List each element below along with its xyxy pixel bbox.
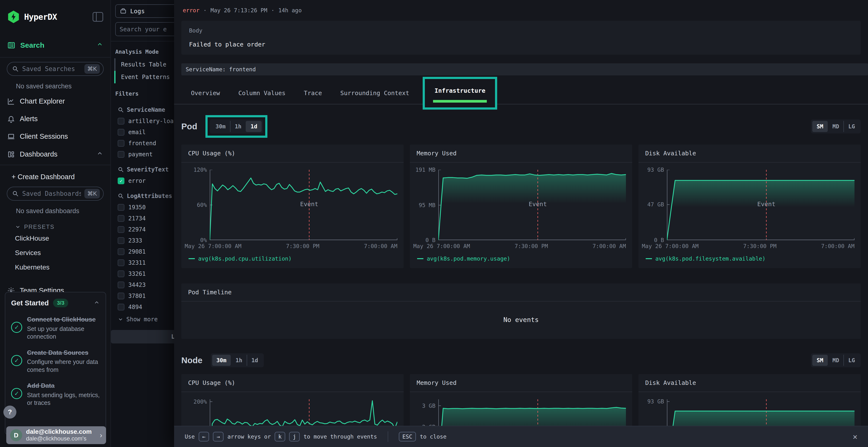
dashboard-grid-icon: [7, 150, 15, 158]
checkbox-icon[interactable]: [118, 281, 124, 288]
chart-title: Disk Available: [639, 144, 861, 163]
filter-option-19350[interactable]: 19350: [111, 202, 174, 213]
event-search-input[interactable]: Search your e: [115, 22, 174, 36]
analysis-mode-title: Analysis Mode: [111, 41, 174, 58]
get-started-item[interactable]: ✓Connect to ClickHouseSet up your databa…: [11, 315, 100, 341]
chart-plot-area: Event: [438, 170, 626, 240]
node-size-lg[interactable]: LG: [843, 355, 859, 366]
filter-group-severitytext: SeverityText✓error: [111, 160, 174, 186]
tab-infrastructure[interactable]: Infrastructure: [426, 80, 494, 97]
checkbox-icon[interactable]: [118, 140, 124, 147]
hint-text: Use: [185, 434, 195, 440]
checkbox-icon[interactable]: [118, 151, 124, 158]
filter-option-32311[interactable]: 32311: [111, 257, 174, 268]
sidebar-item-search[interactable]: Search: [0, 35, 111, 56]
filter-option-21734[interactable]: 21734: [111, 213, 174, 224]
pod-chart-memory-used: Memory Used191 MB95 MB0 BEventMay 26 7:0…: [410, 144, 632, 268]
node-range-1h[interactable]: 1h: [231, 355, 247, 366]
filter-option-payment[interactable]: payment: [111, 149, 174, 160]
filter-option-34423[interactable]: 34423: [111, 279, 174, 290]
checkbox-icon[interactable]: [118, 293, 124, 299]
chevron-up-icon[interactable]: [96, 150, 103, 159]
get-started-item[interactable]: ✓Create Data SourcesConfigure where your…: [11, 349, 100, 374]
node-chart-cpu-usage-: CPU Usage (%)200%100%Event: [181, 374, 404, 426]
pod-range-toggle: 30m1h1d: [210, 119, 263, 133]
sidebar-item-client-sessions[interactable]: Client Sessions: [0, 128, 111, 145]
tab-trace[interactable]: Trace: [296, 83, 330, 104]
preset-item-kubernetes[interactable]: Kubernetes: [0, 260, 111, 275]
filter-option-email[interactable]: email: [111, 127, 174, 138]
analysis-mode-results-table[interactable]: Results Table: [111, 58, 174, 71]
checkbox-icon[interactable]: [118, 215, 124, 222]
filter-option-37801[interactable]: 37801: [111, 290, 174, 302]
node-section-title: Node: [181, 355, 203, 365]
filter-option-22974[interactable]: 22974: [111, 224, 174, 235]
checkbox-icon[interactable]: [118, 226, 124, 233]
service-name-tag[interactable]: ServiceName: frontend: [181, 63, 868, 75]
preset-item-services[interactable]: Services: [0, 246, 111, 260]
filter-option-2333[interactable]: 2333: [111, 235, 174, 246]
saved-searches-input[interactable]: Saved Searches ⌘K: [7, 62, 104, 76]
checkbox-icon[interactable]: [118, 237, 124, 244]
chevron-right-icon: ›: [100, 431, 102, 439]
checkbox-checked-icon[interactable]: ✓: [118, 177, 124, 184]
checkbox-icon[interactable]: [118, 204, 124, 211]
pod-size-sm[interactable]: SM: [812, 121, 828, 132]
show-more-button[interactable]: Show more: [111, 313, 174, 323]
x-tick-label: May 26 7:00:00 AM: [642, 243, 699, 249]
pod-size-md[interactable]: MD: [828, 121, 844, 132]
close-icon[interactable]: ✕: [853, 432, 858, 441]
search-icon: [12, 66, 19, 72]
chevron-up-icon[interactable]: [96, 41, 103, 49]
presets-label: PRESETS: [24, 224, 55, 230]
tab-column-values[interactable]: Column Values: [230, 83, 294, 104]
analysis-mode-event-patterns[interactable]: Event Patterns: [111, 71, 174, 83]
filter-option-label: 21734: [128, 215, 146, 222]
node-size-toggle: SMMDLG: [811, 353, 861, 367]
checkbox-icon[interactable]: [118, 260, 124, 266]
collapse-sidebar-icon[interactable]: [93, 12, 103, 22]
saved-dashboards-input[interactable]: Saved Dashboards ⌘K: [7, 187, 104, 201]
create-dashboard-button[interactable]: + Create Dashboard: [0, 167, 111, 182]
filter-option-29081[interactable]: 29081: [111, 246, 174, 257]
pod-range-1h[interactable]: 1h: [230, 121, 246, 132]
filter-option-frontend[interactable]: frontend: [111, 138, 174, 149]
get-started-item[interactable]: ✓Add DataStart sending logs, metrics, or…: [11, 382, 100, 407]
node-range-1d[interactable]: 1d: [247, 355, 262, 366]
source-select-button[interactable]: Logs: [115, 4, 174, 18]
node-size-md[interactable]: MD: [828, 355, 844, 366]
tab-overview[interactable]: Overview: [183, 83, 228, 104]
filter-option-artillery-loa[interactable]: artillery-loa: [111, 115, 174, 127]
filter-group-header[interactable]: LogAttributes: [111, 186, 174, 202]
chevron-up-icon[interactable]: [94, 299, 100, 307]
presets-toggle[interactable]: PRESETS: [0, 217, 111, 231]
node-range-30m[interactable]: 30m: [212, 355, 231, 366]
pod-size-lg[interactable]: LG: [843, 121, 859, 132]
sidebar-item-dashboards[interactable]: Dashboards: [0, 145, 111, 163]
filter-group-header[interactable]: SeverityText: [111, 160, 174, 175]
filter-option-4894[interactable]: 4894: [111, 302, 174, 313]
checkbox-icon[interactable]: [118, 129, 124, 136]
checkbox-icon[interactable]: [118, 271, 124, 277]
checkbox-icon[interactable]: [118, 118, 124, 125]
sidebar-item-chart-explorer[interactable]: Chart Explorer: [0, 93, 111, 110]
less-filters-button[interactable]: Less fil: [111, 330, 174, 343]
help-button[interactable]: ?: [3, 406, 17, 419]
checkbox-icon[interactable]: [118, 248, 124, 255]
tab-surrounding-context[interactable]: Surrounding Context: [332, 83, 417, 104]
filter-option-label: 32311: [128, 260, 146, 266]
get-started-item-title: Connect to ClickHouse: [27, 315, 100, 323]
pod-range-30m[interactable]: 30m: [211, 121, 230, 132]
pod-range-1d[interactable]: 1d: [246, 121, 261, 132]
node-size-sm[interactable]: SM: [812, 355, 828, 366]
filter-option-error[interactable]: ✓error: [111, 175, 174, 186]
filter-option-33261[interactable]: 33261: [111, 268, 174, 279]
user-account-chip[interactable]: D dale@clickhouse.com dale@clickhouse.co…: [6, 426, 106, 444]
sidebar-item-alerts[interactable]: Alerts: [0, 110, 111, 128]
body-label: Body: [189, 28, 853, 34]
preset-item-clickhouse[interactable]: ClickHouse: [0, 231, 111, 246]
chart-plot-area: Event: [667, 399, 855, 426]
user-subtext: dale@clickhouse.com's: [26, 435, 92, 442]
filter-group-header[interactable]: ServiceName: [111, 100, 174, 115]
checkbox-icon[interactable]: [118, 304, 124, 310]
